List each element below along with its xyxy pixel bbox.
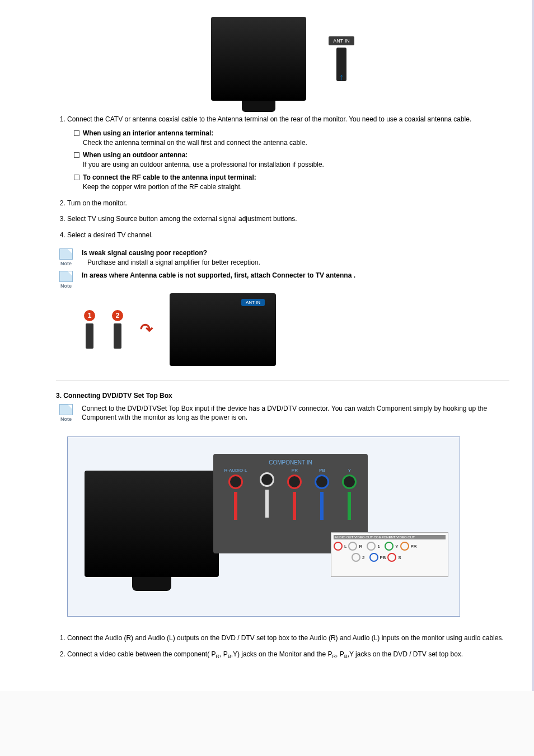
note-label: Note — [56, 416, 76, 422]
s3-step-1: Connect the Audio (R) and Audio (L) outp… — [67, 633, 509, 643]
monitor-rear-illustration: ANT IN — [170, 293, 276, 366]
sub-outdoor-body: If you are using an outdoor antenna, use… — [83, 161, 324, 168]
sub-outdoor: When using an outdoor antenna: If you ar… — [74, 151, 509, 170]
note-icon: Note — [56, 404, 76, 422]
part-1: 1 — [84, 310, 95, 349]
note-label: Note — [56, 283, 76, 289]
note-icon: Note — [56, 248, 76, 266]
step-1: Connect the CATV or antenna coaxial cabl… — [67, 115, 509, 192]
sub-rf-body: Keep the copper wire portion of the RF c… — [83, 183, 242, 191]
note-dvd-dtv: Note Connect to the DVD/DTVSet Top Box i… — [56, 404, 509, 423]
section3-title: 3. Connecting DVD/DTV Set Top Box — [56, 392, 509, 400]
component-in-label: COMPONENT IN — [218, 459, 363, 466]
sub-rf-title: To connect the RF cable to the antenna i… — [83, 173, 256, 181]
step-3: Select TV using Source button among the … — [67, 214, 509, 224]
note-label: Note — [56, 261, 76, 266]
plug-1 — [86, 323, 93, 349]
jack-audio-r: R-AUDIO-L — [224, 468, 247, 520]
device-top-labels: AUDIO OUT VIDEO OUT COMPONENT VIDEO OUT — [334, 535, 446, 539]
note1-title: Is weak signal causing poor reception? — [82, 249, 207, 257]
component-diagram: COMPONENT IN R-AUDIO-L PR — [67, 436, 460, 617]
arrow-icon: ↷ — [140, 320, 153, 339]
note2-title: In areas where Antenna cable is not supp… — [82, 271, 355, 279]
jack-pb: PB — [315, 468, 329, 520]
section3-note-body: Connect to the DVD/DTVSet Top Box input … — [82, 404, 509, 423]
step-1-sublist: When using an interior antenna terminal:… — [67, 129, 509, 192]
plug-2 — [114, 323, 121, 349]
sub-interior-body: Check the antenna terminal on the wall f… — [83, 139, 307, 147]
section3-steps: Connect the Audio (R) and Audio (L) outp… — [56, 633, 509, 660]
note-icon: Note — [56, 271, 76, 289]
jack-pr: PR — [287, 468, 302, 520]
jack-audio-l — [260, 471, 274, 518]
connector-diagram: 1 2 ↷ ANT IN — [84, 293, 509, 366]
marker-2: 2 — [112, 310, 123, 321]
sub-outdoor-title: When using an outdoor antenna: — [83, 151, 188, 159]
monitor-illustration — [211, 17, 306, 101]
sub-interior-title: When using an interior antenna terminal: — [83, 129, 213, 137]
note1-body: Purchase and install a signal amplifier … — [87, 259, 260, 266]
antin-port-illustration: ANT IN — [329, 36, 354, 81]
settop-box-illustration: AUDIO OUT VIDEO OUT COMPONENT VIDEO OUT … — [331, 532, 448, 577]
monitor-illustration-3 — [85, 471, 219, 577]
marker-1: 1 — [84, 310, 95, 321]
step-1-text: Connect the CATV or antenna coaxial cabl… — [67, 115, 471, 123]
sub-rf: To connect the RF cable to the antenna i… — [74, 173, 509, 192]
step-4: Select a desired TV channel. — [67, 231, 509, 240]
jack-y: Y — [342, 468, 357, 520]
part-2: 2 — [112, 310, 123, 349]
antin-label: ANT IN — [329, 36, 354, 45]
sub-interior: When using an interior antenna terminal:… — [74, 129, 509, 148]
steps-list: Connect the CATV or antenna coaxial cabl… — [56, 115, 509, 240]
note-antenna-connector: Note In areas where Antenna cable is not… — [56, 271, 509, 289]
antin-jack — [336, 48, 346, 81]
note-weak-signal: Note Is weak signal causing poor recepti… — [56, 248, 509, 267]
step-2: Turn on the monitor. — [67, 199, 509, 208]
divider — [56, 380, 509, 381]
antenna-diagram: ANT IN — [56, 17, 509, 101]
s3-step-2: Connect a video cable between the compon… — [67, 650, 509, 660]
antin-label-2: ANT IN — [241, 299, 265, 306]
